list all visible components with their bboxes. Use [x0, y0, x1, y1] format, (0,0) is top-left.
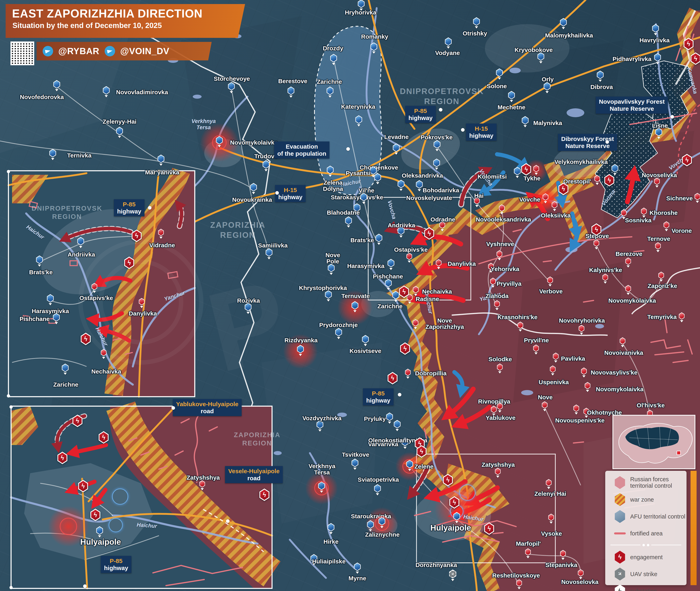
settlement-marker-afu [316, 420, 324, 432]
hexagon-icon [330, 54, 337, 62]
hexagon-fill [245, 304, 251, 311]
settlement-label: Zlahoda [485, 293, 509, 299]
settlement-label: Pokrovs'ke [421, 134, 453, 140]
settlement-marker-rf [679, 312, 685, 322]
hexagon-fill [317, 421, 323, 428]
settlement-marker-afu [655, 128, 663, 139]
hexagon-fill [50, 150, 56, 157]
hexagon-fill [522, 117, 528, 124]
settlement-marker-rf [516, 579, 522, 589]
callout-dot [398, 393, 401, 396]
hexagon-icon [316, 420, 324, 429]
hexagon-icon [514, 167, 521, 175]
hexagon-fill [495, 468, 500, 474]
hexagon-fill [393, 144, 399, 151]
legend-item: Russian forces territorial control [605, 476, 687, 489]
settlement-marker-afu [385, 279, 392, 290]
settlement-marker-rf [549, 366, 556, 376]
settlement-marker-afu [652, 24, 659, 36]
hexagon-fill [454, 513, 460, 520]
settlement-marker-afu [453, 512, 461, 523]
settlement-label: Novooleksandrivka [476, 216, 531, 222]
settlement-marker-afu [521, 116, 529, 127]
hexagon-icon [53, 80, 61, 88]
hexagon-fill [560, 19, 567, 26]
hexagon-icon [549, 366, 556, 373]
hexagon-icon [351, 301, 359, 310]
hexagon-icon [433, 159, 441, 167]
marker-pointer [337, 337, 340, 339]
hexagon-fill [92, 283, 97, 289]
hexagon-icon [490, 278, 496, 285]
settlement-label: Zatyshshya [481, 462, 515, 468]
marker-pointer [656, 250, 659, 252]
settlement-label: Vyshneve [486, 241, 514, 247]
hexagon-icon [453, 512, 461, 521]
hexagon-fill [664, 222, 669, 228]
inset-hulyaipole [9, 405, 272, 589]
hexagon-fill [550, 366, 555, 372]
settlement-label: Velykomykhailivka [554, 159, 608, 165]
settlement-marker-afu [375, 234, 383, 245]
engagement-icon: ϟ [399, 342, 411, 355]
marker-pointer [604, 281, 607, 284]
marker-pointer [498, 410, 501, 412]
hexagon-fill [543, 194, 548, 200]
hexagon-icon: ✈ [449, 570, 457, 578]
callout-line: road [228, 475, 280, 482]
hexagon-icon [508, 91, 515, 100]
hexagon-fill [497, 251, 502, 257]
settlement-label: Vil'ne [359, 187, 374, 194]
hexagon-fill [371, 43, 377, 50]
settlement-label: Pryvil'ne [524, 337, 549, 343]
hexagon-icon [602, 274, 609, 281]
callout-line: highway [366, 397, 390, 404]
channel-rybar[interactable]: @RYBAR [58, 46, 99, 56]
marker-pointer [657, 137, 660, 139]
hexagon-fill [228, 83, 235, 90]
hexagon-fill [595, 176, 600, 182]
settlement-marker-rf [593, 240, 600, 250]
settlement-label: Katerynivka [341, 104, 375, 110]
settlement-marker-afu [244, 303, 252, 314]
settlement-marker-rf [199, 480, 206, 490]
settlement-label: Reshetilovskoye [492, 572, 540, 579]
callout-line: highway [408, 114, 433, 121]
channel-voin-dv[interactable]: @VOIN_DV [120, 46, 169, 56]
settlement-label: Vysoke [541, 530, 562, 537]
engagement-icon: ϟ [90, 509, 101, 521]
settlement-label: Malynivka [533, 120, 562, 126]
rf-zone-icon [614, 476, 626, 489]
settlement-label: Lisne [652, 122, 668, 129]
settlement-label: Prydorozhnje [319, 322, 358, 328]
settlement-label: Novomykolaivka [609, 298, 656, 304]
hexagon-fill [47, 295, 54, 302]
hexagon-icon [445, 38, 452, 46]
hexagon-icon [375, 234, 383, 242]
hexagon-icon [496, 250, 502, 258]
marker-pointer [408, 261, 411, 263]
settlement-label: Rozivka [237, 298, 260, 304]
callout-dot [439, 108, 443, 112]
settlement-label: Ternuvate [341, 293, 370, 299]
hexagon-icon [473, 17, 480, 26]
hexagon-fill [497, 364, 502, 370]
marker-pointer [376, 494, 379, 496]
marker-pointer [491, 285, 494, 288]
marker-pointer [159, 164, 163, 166]
settlement-label: Zaliznychne [365, 531, 400, 538]
region-label: ZAPORIZHIA REGION [210, 220, 265, 240]
settlement-marker-rf [498, 204, 505, 214]
settlement-label: Novoivanivka [604, 349, 643, 356]
marker-pointer [680, 320, 683, 322]
settlement-label: Novoskelyuvate [406, 195, 452, 201]
hexagon-fill [579, 325, 584, 331]
callout-line: Evacuation [277, 143, 326, 150]
marker-pointer [328, 175, 332, 177]
settlement-label: Sosnivka [625, 217, 651, 223]
marker-pointer [396, 429, 399, 431]
settlement-marker-rf [663, 221, 670, 232]
callout-line: Yablukove-Hulyaipole [176, 401, 238, 408]
settlement-marker-afu [473, 17, 480, 28]
hexagon-icon [393, 420, 401, 429]
